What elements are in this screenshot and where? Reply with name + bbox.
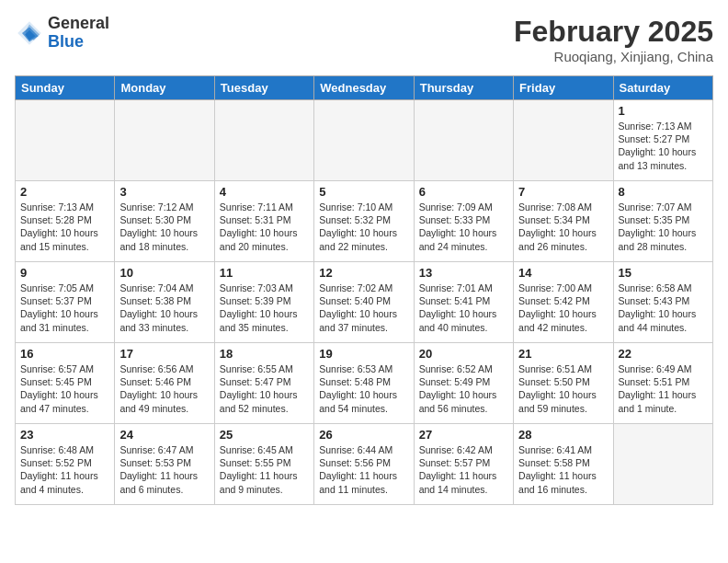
day-info: Sunrise: 7:04 AM Sunset: 5:38 PM Dayligh… (119, 282, 209, 334)
calendar-cell: 6Sunrise: 7:09 AM Sunset: 5:33 PM Daylig… (414, 181, 513, 262)
day-number: 12 (319, 266, 408, 280)
title-block: February 2025 Ruoqiang, Xinjiang, China (514, 15, 713, 64)
calendar-table: SundayMondayTuesdayWednesdayThursdayFrid… (15, 75, 713, 505)
day-number: 15 (619, 266, 708, 280)
calendar-cell: 23Sunrise: 6:48 AM Sunset: 5:52 PM Dayli… (16, 424, 115, 505)
location: Ruoqiang, Xinjiang, China (514, 49, 713, 64)
day-number: 18 (220, 347, 309, 361)
day-number: 16 (20, 347, 109, 361)
calendar-cell: 24Sunrise: 6:47 AM Sunset: 5:53 PM Dayli… (115, 424, 214, 505)
calendar-cell: 14Sunrise: 7:00 AM Sunset: 5:42 PM Dayli… (514, 262, 613, 343)
day-info: Sunrise: 6:47 AM Sunset: 5:53 PM Dayligh… (119, 443, 209, 496)
weekday-header: Sunday (16, 76, 115, 100)
day-number: 3 (119, 185, 209, 199)
calendar-cell: 10Sunrise: 7:04 AM Sunset: 5:38 PM Dayli… (115, 262, 214, 343)
weekday-header: Thursday (414, 76, 513, 100)
day-number: 4 (220, 185, 309, 199)
calendar-week-row: 2Sunrise: 7:13 AM Sunset: 5:28 PM Daylig… (16, 181, 713, 262)
day-number: 27 (419, 428, 508, 442)
month-title: February 2025 (514, 15, 713, 49)
day-number: 17 (119, 347, 209, 361)
day-number: 2 (20, 185, 109, 199)
day-number: 19 (319, 347, 408, 361)
day-info: Sunrise: 7:13 AM Sunset: 5:27 PM Dayligh… (619, 120, 708, 172)
calendar-cell: 12Sunrise: 7:02 AM Sunset: 5:40 PM Dayli… (314, 262, 414, 343)
calendar-cell: 19Sunrise: 6:53 AM Sunset: 5:48 PM Dayli… (314, 343, 414, 424)
logo: General Blue (15, 15, 109, 52)
calendar-cell (16, 100, 115, 181)
calendar-cell: 28Sunrise: 6:41 AM Sunset: 5:58 PM Dayli… (514, 424, 613, 505)
day-info: Sunrise: 7:05 AM Sunset: 5:37 PM Dayligh… (20, 282, 109, 334)
day-info: Sunrise: 6:51 AM Sunset: 5:50 PM Dayligh… (518, 362, 608, 415)
day-number: 6 (419, 185, 508, 199)
calendar-cell: 11Sunrise: 7:03 AM Sunset: 5:39 PM Dayli… (214, 262, 313, 343)
day-info: Sunrise: 6:55 AM Sunset: 5:47 PM Dayligh… (220, 362, 309, 415)
calendar-cell: 27Sunrise: 6:42 AM Sunset: 5:57 PM Dayli… (414, 424, 513, 505)
day-info: Sunrise: 7:03 AM Sunset: 5:39 PM Dayligh… (220, 282, 309, 334)
day-info: Sunrise: 6:52 AM Sunset: 5:49 PM Dayligh… (419, 362, 508, 415)
day-info: Sunrise: 6:44 AM Sunset: 5:56 PM Dayligh… (319, 443, 408, 496)
calendar-cell (613, 424, 712, 505)
calendar-cell (115, 100, 214, 181)
calendar-week-row: 9Sunrise: 7:05 AM Sunset: 5:37 PM Daylig… (16, 262, 713, 343)
day-info: Sunrise: 7:11 AM Sunset: 5:31 PM Dayligh… (220, 201, 309, 253)
calendar-cell: 3Sunrise: 7:12 AM Sunset: 5:30 PM Daylig… (115, 181, 214, 262)
calendar-cell: 26Sunrise: 6:44 AM Sunset: 5:56 PM Dayli… (314, 424, 414, 505)
calendar-cell: 2Sunrise: 7:13 AM Sunset: 5:28 PM Daylig… (16, 181, 115, 262)
day-info: Sunrise: 6:57 AM Sunset: 5:45 PM Dayligh… (20, 362, 109, 415)
day-info: Sunrise: 7:13 AM Sunset: 5:28 PM Dayligh… (20, 201, 109, 253)
calendar-week-row: 1Sunrise: 7:13 AM Sunset: 5:27 PM Daylig… (16, 100, 713, 181)
calendar-cell: 15Sunrise: 6:58 AM Sunset: 5:43 PM Dayli… (613, 262, 712, 343)
calendar-cell: 16Sunrise: 6:57 AM Sunset: 5:45 PM Dayli… (16, 343, 115, 424)
day-info: Sunrise: 6:56 AM Sunset: 5:46 PM Dayligh… (119, 362, 209, 415)
calendar-cell: 22Sunrise: 6:49 AM Sunset: 5:51 PM Dayli… (613, 343, 712, 424)
day-number: 20 (419, 347, 508, 361)
day-number: 24 (119, 428, 209, 442)
page-header: General Blue February 2025 Ruoqiang, Xin… (15, 15, 713, 64)
day-number: 8 (619, 185, 708, 199)
calendar-cell (414, 100, 513, 181)
weekday-header: Wednesday (314, 76, 414, 100)
day-number: 26 (319, 428, 408, 442)
day-number: 1 (619, 104, 708, 118)
day-info: Sunrise: 6:53 AM Sunset: 5:48 PM Dayligh… (319, 362, 408, 415)
day-info: Sunrise: 7:02 AM Sunset: 5:40 PM Dayligh… (319, 282, 408, 334)
day-number: 7 (518, 185, 608, 199)
day-number: 25 (220, 428, 309, 442)
day-number: 23 (20, 428, 109, 442)
day-info: Sunrise: 7:01 AM Sunset: 5:41 PM Dayligh… (419, 282, 508, 334)
calendar-cell: 7Sunrise: 7:08 AM Sunset: 5:34 PM Daylig… (514, 181, 613, 262)
day-info: Sunrise: 7:09 AM Sunset: 5:33 PM Dayligh… (419, 201, 508, 253)
calendar-week-row: 16Sunrise: 6:57 AM Sunset: 5:45 PM Dayli… (16, 343, 713, 424)
calendar-cell (214, 100, 313, 181)
logo-icon (15, 18, 44, 48)
day-number: 13 (419, 266, 508, 280)
weekday-header: Tuesday (214, 76, 313, 100)
calendar-week-row: 23Sunrise: 6:48 AM Sunset: 5:52 PM Dayli… (16, 424, 713, 505)
calendar-cell (314, 100, 414, 181)
day-number: 10 (119, 266, 209, 280)
calendar-cell: 25Sunrise: 6:45 AM Sunset: 5:55 PM Dayli… (214, 424, 313, 505)
day-info: Sunrise: 6:49 AM Sunset: 5:51 PM Dayligh… (619, 362, 708, 415)
logo-text: General Blue (48, 15, 109, 52)
day-info: Sunrise: 7:10 AM Sunset: 5:32 PM Dayligh… (319, 201, 408, 253)
day-info: Sunrise: 7:12 AM Sunset: 5:30 PM Dayligh… (119, 201, 209, 253)
day-number: 5 (319, 185, 408, 199)
weekday-header: Monday (115, 76, 214, 100)
day-number: 14 (518, 266, 608, 280)
calendar-cell: 5Sunrise: 7:10 AM Sunset: 5:32 PM Daylig… (314, 181, 414, 262)
day-info: Sunrise: 7:00 AM Sunset: 5:42 PM Dayligh… (518, 282, 608, 334)
day-number: 9 (20, 266, 109, 280)
calendar-cell: 9Sunrise: 7:05 AM Sunset: 5:37 PM Daylig… (16, 262, 115, 343)
calendar-cell: 17Sunrise: 6:56 AM Sunset: 5:46 PM Dayli… (115, 343, 214, 424)
day-info: Sunrise: 6:42 AM Sunset: 5:57 PM Dayligh… (419, 443, 508, 496)
day-number: 21 (518, 347, 608, 361)
weekday-header: Saturday (613, 76, 712, 100)
calendar-cell: 8Sunrise: 7:07 AM Sunset: 5:35 PM Daylig… (613, 181, 712, 262)
calendar-cell (514, 100, 613, 181)
calendar-cell: 20Sunrise: 6:52 AM Sunset: 5:49 PM Dayli… (414, 343, 513, 424)
day-info: Sunrise: 6:58 AM Sunset: 5:43 PM Dayligh… (619, 282, 708, 334)
calendar-cell: 18Sunrise: 6:55 AM Sunset: 5:47 PM Dayli… (214, 343, 313, 424)
day-info: Sunrise: 6:45 AM Sunset: 5:55 PM Dayligh… (220, 443, 309, 496)
day-number: 28 (518, 428, 608, 442)
